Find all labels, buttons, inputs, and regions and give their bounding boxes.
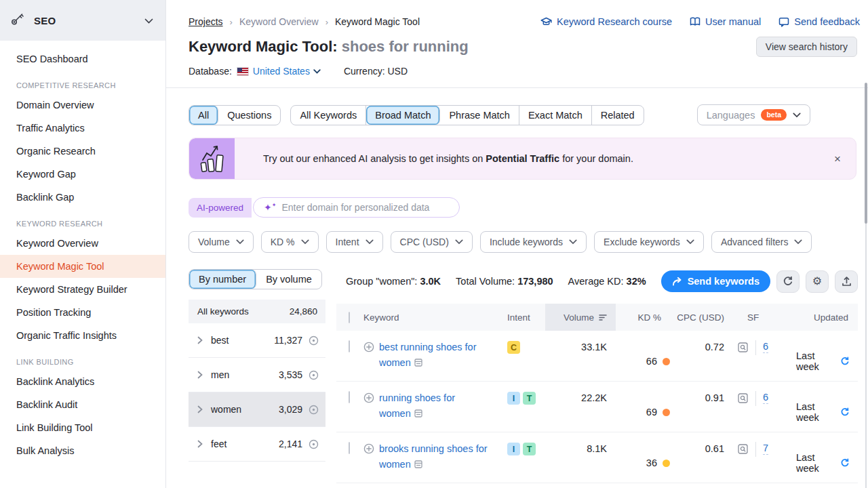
sf-count[interactable]: 7: [763, 443, 768, 455]
filter-intent[interactable]: Intent: [326, 231, 383, 253]
column-keyword[interactable]: Keyword: [363, 312, 507, 323]
filter-volume[interactable]: Volume: [189, 231, 254, 253]
sf-count[interactable]: 6: [763, 392, 768, 404]
tab-related[interactable]: Related: [592, 106, 644, 125]
sf-count[interactable]: 6: [763, 341, 768, 353]
refresh-button[interactable]: [776, 270, 800, 293]
tab-all-keywords[interactable]: All Keywords: [291, 106, 366, 125]
add-keyword-icon[interactable]: [363, 392, 374, 432]
close-icon[interactable]: ×: [834, 153, 841, 165]
volume-value: 33.1K: [545, 331, 616, 381]
filter-include-keywords[interactable]: Include keywords: [480, 231, 587, 253]
database-selector[interactable]: United States: [253, 66, 321, 77]
chevron-right-icon[interactable]: [197, 405, 203, 413]
tab-broad-match[interactable]: Broad Match: [366, 106, 440, 125]
chevron-right-icon[interactable]: [197, 371, 203, 379]
sidebar-item-keyword-gap[interactable]: Keyword Gap: [0, 163, 165, 186]
send-keywords-button[interactable]: Send keywords: [661, 270, 770, 292]
send-feedback-link[interactable]: Send feedback: [778, 16, 860, 27]
keyword-link[interactable]: best running shoes forwomen: [379, 342, 476, 368]
scrollbar-thumb[interactable]: [865, 83, 867, 224]
serp-features-icon[interactable]: [738, 393, 748, 405]
sidebar-item-bulk-analysis[interactable]: Bulk Analysis: [0, 439, 165, 462]
keyword-research-course-link[interactable]: Keyword Research course: [540, 16, 672, 27]
all-keywords-row[interactable]: All keywords 24,860: [189, 300, 326, 323]
row-checkbox[interactable]: [349, 391, 350, 403]
eye-icon[interactable]: [309, 370, 319, 380]
refresh-row-icon[interactable]: [840, 357, 850, 366]
toggle-by-volume[interactable]: By volume: [256, 270, 321, 289]
sidebar-item-position-tracking[interactable]: Position Tracking: [0, 301, 165, 324]
add-keyword-icon[interactable]: [363, 342, 374, 381]
chevron-down-icon: [569, 239, 577, 245]
tab-phrase-match[interactable]: Phrase Match: [440, 106, 519, 125]
group-row-best[interactable]: best11,327: [189, 323, 326, 358]
select-all-checkbox[interactable]: [349, 312, 350, 323]
column-cpc[interactable]: CPC (USD): [675, 312, 730, 323]
export-button[interactable]: [835, 270, 858, 293]
column-volume[interactable]: Volume: [545, 304, 616, 331]
breadcrumb-projects[interactable]: Projects: [189, 16, 223, 27]
chevron-down-icon[interactable]: [144, 14, 153, 26]
group-row-women[interactable]: women3,029: [189, 392, 326, 427]
eye-icon[interactable]: [309, 405, 319, 415]
group-row-men[interactable]: men3,535: [189, 358, 326, 392]
gear-icon[interactable]: ⚙: [806, 270, 829, 293]
toggle-by-number[interactable]: By number: [189, 270, 256, 289]
main-panel: Projects › Keyword Overview › Keyword Ma…: [166, 0, 868, 488]
serp-features-icon[interactable]: [738, 342, 748, 354]
sidebar-item-seo-dashboard[interactable]: SEO Dashboard: [0, 47, 165, 70]
sidebar-item-domain-overview[interactable]: Domain Overview: [0, 94, 165, 117]
keyword-link[interactable]: brooks running shoes forwomen: [379, 443, 488, 470]
serp-page-icon[interactable]: [414, 460, 422, 470]
table-row: running shoes forwomen IT 22.2K 69 0.91 …: [336, 382, 858, 432]
serp-features-icon[interactable]: [738, 444, 748, 456]
sidebar-item-keyword-overview[interactable]: Keyword Overview: [0, 232, 165, 255]
refresh-row-icon[interactable]: [840, 458, 850, 468]
filter-cpc-usd[interactable]: CPC (USD): [391, 231, 473, 253]
divider: [755, 340, 756, 355]
sidebar-item-organic-traffic-insights[interactable]: Organic Traffic Insights: [0, 324, 165, 347]
sidebar-item-traffic-analytics[interactable]: Traffic Analytics: [0, 117, 165, 140]
serp-page-icon[interactable]: [414, 409, 422, 420]
row-checkbox[interactable]: [349, 340, 350, 352]
filter-exclude-keywords[interactable]: Exclude keywords: [594, 231, 704, 253]
tab-questions[interactable]: Questions: [218, 106, 280, 125]
column-intent[interactable]: Intent: [507, 312, 545, 323]
view-search-history-button[interactable]: View search history: [756, 37, 857, 57]
column-sf[interactable]: SF: [730, 312, 796, 323]
eye-icon[interactable]: [309, 336, 319, 346]
user-manual-link[interactable]: User manual: [690, 16, 761, 27]
row-checkbox[interactable]: [349, 442, 350, 454]
group-row-feet[interactable]: feet2,141: [189, 427, 326, 462]
sidebar-item-backlink-audit[interactable]: Backlink Audit: [0, 393, 165, 416]
languages-dropdown[interactable]: Languages beta: [697, 104, 810, 125]
sidebar-seo-header[interactable]: SEO: [0, 0, 165, 41]
sidebar-item-backlink-analytics[interactable]: Backlink Analytics: [0, 370, 165, 393]
column-kd[interactable]: KD %: [616, 312, 675, 323]
kd-dot: [663, 358, 670, 365]
filter-advanced-filters[interactable]: Advanced filters: [711, 231, 812, 253]
sidebar-item-organic-research[interactable]: Organic Research: [0, 140, 165, 163]
sidebar-item-keyword-magic-tool[interactable]: Keyword Magic Tool: [0, 255, 165, 278]
tab-exact-match[interactable]: Exact Match: [519, 106, 592, 125]
chevron-right-icon[interactable]: [197, 336, 203, 344]
sidebar-item-keyword-strategy-builder[interactable]: Keyword Strategy Builder: [0, 278, 165, 301]
intent-badge-i: I: [507, 443, 520, 455]
refresh-row-icon[interactable]: [840, 407, 850, 417]
domain-input-wrapper[interactable]: ✦✦: [253, 197, 460, 218]
chevron-right-icon[interactable]: [197, 440, 203, 448]
sidebar-item-backlink-gap[interactable]: Backlink Gap: [0, 186, 165, 209]
serp-page-icon[interactable]: [414, 358, 422, 369]
tab-all[interactable]: All: [189, 106, 218, 125]
chevron-down-icon: [366, 239, 374, 245]
sidebar-item-link-building-tool[interactable]: Link Building Tool: [0, 416, 165, 439]
group-count: 3.0K: [420, 276, 441, 287]
add-keyword-icon[interactable]: [363, 443, 374, 483]
filter-kd[interactable]: KD %: [261, 231, 319, 253]
chevron-down-icon: [686, 239, 694, 245]
breadcrumb-keyword-overview[interactable]: Keyword Overview: [239, 16, 319, 27]
domain-input[interactable]: [281, 202, 449, 213]
eye-icon[interactable]: [309, 439, 319, 449]
column-updated[interactable]: Updated: [796, 312, 858, 323]
